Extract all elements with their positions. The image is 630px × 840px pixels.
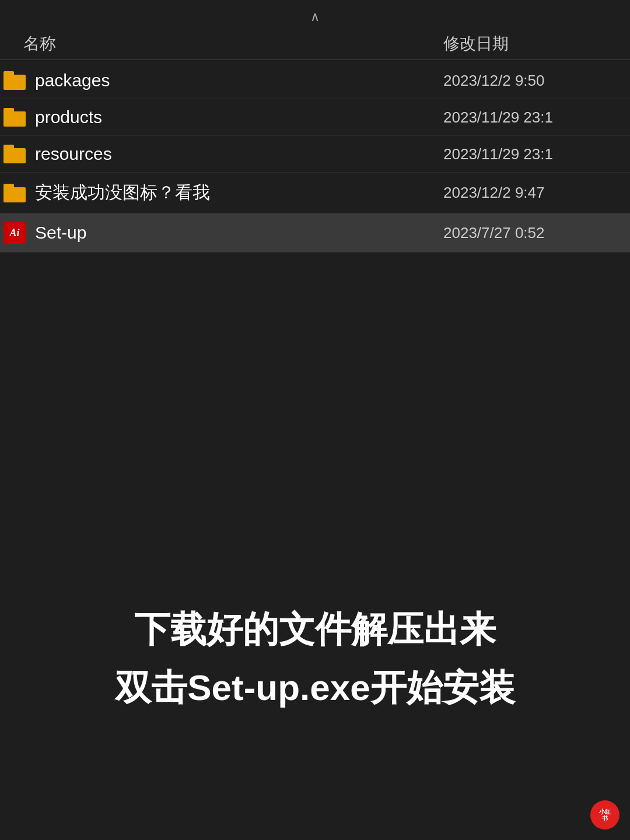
file-explorer: ∧ 名称 修改日期 packages2023/12/2 9:50products…: [0, 0, 630, 253]
file-name: packages: [29, 71, 443, 90]
watermark-label: 小红书: [599, 808, 611, 821]
folder-icon: [0, 108, 29, 127]
file-name: Set-up: [29, 223, 443, 243]
instructions-section: 下载好的文件解压出来 双击Set-up.exe开始安装: [0, 606, 630, 712]
file-row[interactable]: AiSet-up2023/7/27 0:52: [0, 214, 630, 253]
file-date: 2023/11/29 23:1: [443, 108, 630, 127]
column-name-label: 名称: [0, 33, 443, 55]
file-row[interactable]: resources2023/11/29 23:1: [0, 136, 630, 173]
file-date: 2023/12/2 9:47: [443, 184, 630, 202]
folder-icon: [0, 71, 29, 90]
file-list: packages2023/12/2 9:50products2023/11/29…: [0, 62, 630, 253]
instruction-line1: 下载好的文件解压出来: [134, 606, 496, 653]
file-row[interactable]: products2023/11/29 23:1: [0, 99, 630, 136]
folder-icon: [0, 184, 29, 202]
file-row[interactable]: 安装成功没图标？看我2023/12/2 9:47: [0, 173, 630, 214]
file-date: 2023/11/29 23:1: [443, 145, 630, 163]
file-name: 安装成功没图标？看我: [29, 181, 443, 205]
file-date: 2023/7/27 0:52: [443, 224, 630, 242]
watermark: 小红书: [590, 800, 620, 830]
sort-arrow: ∧: [0, 6, 630, 28]
file-name: products: [29, 107, 443, 127]
instruction-line2: 双击Set-up.exe开始安装: [115, 664, 515, 712]
file-date: 2023/12/2 9:50: [443, 72, 630, 90]
column-header: 名称 修改日期: [0, 28, 630, 60]
folder-icon: [0, 145, 29, 163]
exe-icon: Ai: [0, 222, 29, 244]
column-date-label: 修改日期: [443, 33, 630, 55]
file-name: resources: [29, 144, 443, 164]
file-row[interactable]: packages2023/12/2 9:50: [0, 62, 630, 99]
